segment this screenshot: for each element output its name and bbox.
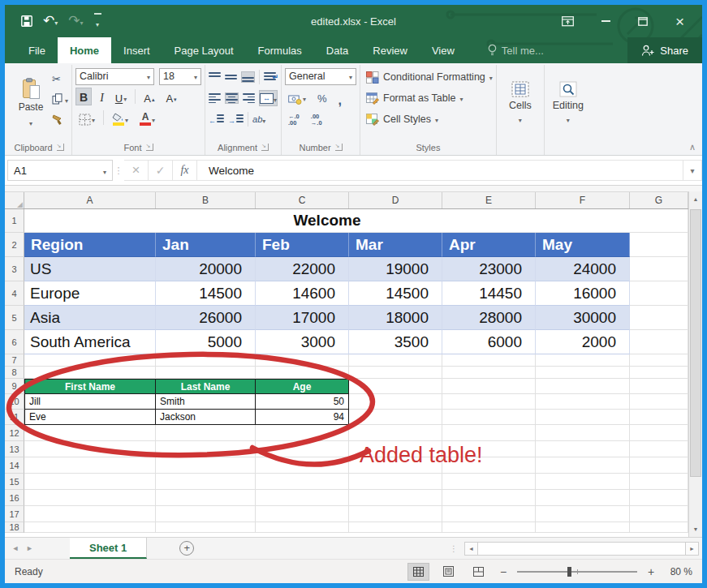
tab-page-layout[interactable]: Page Layout (162, 37, 246, 63)
cell-us-may[interactable]: 24000 (536, 257, 630, 281)
bottom-align-button[interactable] (241, 71, 255, 83)
font-color-button[interactable]: A (136, 109, 158, 127)
row-header-4[interactable]: 4 (5, 281, 24, 306)
orientation-button[interactable]: ab (252, 112, 265, 127)
cell-europe-mar[interactable]: 14500 (349, 281, 442, 306)
cell[interactable] (630, 490, 688, 506)
cell-sa-jan[interactable]: 5000 (156, 330, 256, 354)
cell-region-header[interactable]: Region (24, 233, 156, 257)
cell[interactable] (442, 394, 536, 410)
dialog-launcher-icon[interactable] (261, 144, 269, 151)
scroll-left-icon[interactable] (464, 542, 478, 556)
cell[interactable] (536, 425, 630, 441)
comma-style-button[interactable]: , (335, 88, 345, 105)
cell-asia-mar[interactable]: 18000 (349, 306, 442, 330)
cell[interactable] (630, 506, 688, 522)
cell[interactable] (24, 474, 156, 490)
cell-us-feb[interactable]: 22000 (256, 257, 349, 281)
insert-function-button[interactable]: fx (173, 160, 197, 181)
decrease-decimal-button[interactable]: .00→.0 (308, 109, 325, 127)
cell[interactable] (630, 394, 688, 410)
accounting-format-button[interactable] (285, 88, 309, 105)
cell[interactable] (536, 474, 630, 490)
close-button[interactable] (675, 14, 684, 29)
tab-view[interactable]: View (420, 37, 467, 63)
decrease-indent-button[interactable] (209, 112, 224, 127)
decrease-font-button[interactable]: A (162, 88, 179, 105)
scroll-up-icon[interactable] (689, 192, 702, 206)
cell[interactable] (24, 367, 156, 379)
cell-styles-button[interactable]: Cell Styles (366, 109, 493, 130)
borders-button[interactable] (75, 109, 98, 127)
font-size-select[interactable]: 18 (159, 68, 201, 85)
col-header-G[interactable]: G (630, 192, 688, 208)
cell-may-header[interactable]: May (536, 233, 630, 257)
cell[interactable] (442, 506, 536, 522)
horizontal-scrollbar[interactable] (478, 542, 685, 556)
zoom-slider-thumb[interactable] (567, 567, 571, 577)
wrap-text-button[interactable] (264, 72, 276, 82)
scroll-right-icon[interactable] (685, 542, 699, 556)
format-painter-button[interactable] (52, 112, 68, 127)
row-header-5[interactable]: 5 (5, 306, 24, 330)
cell[interactable] (349, 522, 442, 533)
cell[interactable] (24, 522, 156, 533)
cell-europe-feb[interactable]: 14600 (256, 281, 349, 306)
cell[interactable] (630, 457, 688, 474)
row-header-16[interactable]: 16 (5, 490, 24, 506)
cell-europe-apr[interactable]: 14450 (442, 281, 536, 306)
zoom-in-button[interactable]: + (645, 565, 657, 578)
name-box[interactable]: A1 (7, 160, 113, 181)
cell-us-apr[interactable]: 23000 (442, 257, 536, 281)
page-layout-view-button[interactable] (438, 563, 459, 581)
cell[interactable] (349, 490, 442, 506)
cell[interactable] (442, 441, 536, 457)
tab-data[interactable]: Data (314, 37, 360, 63)
cell[interactable] (630, 474, 688, 490)
cell[interactable] (156, 490, 256, 506)
cell[interactable] (24, 354, 156, 367)
cell-age-header[interactable]: Age (256, 379, 349, 394)
underline-button[interactable]: U (112, 88, 130, 105)
align-left-button[interactable] (209, 93, 221, 103)
cell[interactable] (24, 506, 156, 522)
conditional-formatting-button[interactable]: Conditional Formatting (366, 67, 493, 88)
cell[interactable] (256, 425, 349, 441)
scroll-down-icon[interactable] (689, 522, 702, 536)
cell[interactable] (536, 354, 630, 367)
cell[interactable] (630, 354, 688, 367)
cell[interactable] (536, 457, 630, 474)
row-header-3[interactable]: 3 (5, 257, 24, 281)
cell-jackson[interactable]: Jackson (156, 410, 256, 425)
cell[interactable] (536, 394, 630, 410)
ribbon-display-options-icon[interactable] (562, 16, 574, 27)
tab-home[interactable]: Home (58, 37, 111, 63)
cell[interactable] (256, 441, 349, 457)
percent-style-button[interactable]: % (314, 88, 330, 105)
maximize-button[interactable] (638, 17, 648, 26)
row-header-8[interactable]: 8 (5, 367, 24, 379)
row-header-1[interactable]: 1 (5, 209, 24, 233)
cell[interactable] (156, 474, 256, 490)
cell-europe[interactable]: Europe (24, 281, 156, 306)
cell-asia-apr[interactable]: 28000 (442, 306, 536, 330)
tab-formulas[interactable]: Formulas (246, 37, 314, 63)
increase-font-button[interactable]: A (140, 88, 157, 105)
cell-asia-jan[interactable]: 26000 (156, 306, 256, 330)
row-header-14[interactable]: 14 (5, 457, 24, 474)
row-header-12[interactable]: 12 (5, 425, 24, 441)
cell[interactable] (156, 522, 256, 533)
increase-indent-button[interactable] (228, 112, 244, 127)
zoom-slider[interactable] (517, 566, 637, 577)
merge-center-button[interactable] (259, 90, 278, 106)
enter-button[interactable] (149, 160, 173, 181)
cell-europe-jan[interactable]: 14500 (156, 281, 256, 306)
cell-sa-feb[interactable]: 3000 (256, 330, 349, 354)
cell[interactable] (442, 410, 536, 425)
col-header-A[interactable]: A (24, 192, 156, 208)
cell[interactable] (24, 490, 156, 506)
italic-button[interactable]: I (97, 88, 107, 105)
align-center-button[interactable] (225, 92, 239, 104)
add-sheet-button[interactable] (179, 541, 194, 556)
col-header-B[interactable]: B (156, 192, 256, 208)
